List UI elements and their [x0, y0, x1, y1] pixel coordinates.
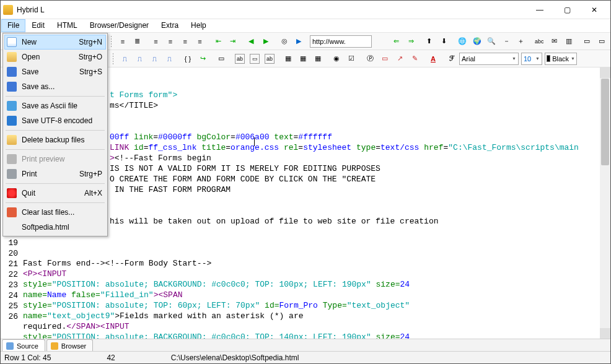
menu-edit[interactable]: Edit	[25, 19, 51, 32]
menu-separator	[6, 183, 105, 184]
upload-icon[interactable]: ⬆	[423, 35, 436, 48]
quit-icon	[7, 188, 17, 198]
zoom-in-icon[interactable]: ＋	[514, 35, 528, 48]
menu-item-quit[interactable]: Quit Alt+X	[4, 186, 106, 201]
bottom-tabs: Source Browser	[1, 339, 610, 351]
list-ol-icon[interactable]: ≣	[131, 35, 144, 48]
menu-html[interactable]: HTML	[51, 19, 84, 32]
minimize-button[interactable]: —	[526, 1, 553, 19]
align-right-icon[interactable]: ≡	[178, 35, 192, 48]
grid2-icon[interactable]: ▦	[296, 52, 310, 66]
brush-icon[interactable]: ✎	[408, 52, 421, 66]
indent-right-icon[interactable]: ⇥	[226, 35, 240, 48]
url-input[interactable]	[310, 35, 372, 48]
abc-icon[interactable]: abc	[532, 35, 546, 48]
grid3-icon[interactable]: ▦	[311, 52, 325, 66]
box-icon[interactable]: ▭	[214, 52, 228, 66]
vr3-icon[interactable]: ⎍	[147, 52, 161, 66]
align-justify-icon[interactable]: ≡	[193, 35, 207, 48]
menu-extra[interactable]: Extra	[155, 19, 185, 32]
line-number: 23	[1, 280, 18, 290]
save-icon	[7, 67, 17, 77]
window-stack-icon[interactable]: ▭	[580, 35, 594, 48]
new-file-icon	[7, 37, 17, 47]
arrow-out-icon[interactable]: ↗	[393, 52, 407, 66]
font-name-value: Arial	[462, 55, 475, 63]
play-icon[interactable]: ▶	[292, 35, 306, 48]
menu-item-delete-backup[interactable]: Delete backup files	[4, 132, 106, 147]
close-button[interactable]: ✕	[581, 1, 608, 19]
indent-icon[interactable]: ▶	[259, 35, 273, 48]
grid1-icon[interactable]: ▦	[281, 52, 295, 66]
search-icon[interactable]: 🔍	[485, 35, 499, 48]
font-color-combo[interactable]: Black ▼	[545, 53, 577, 65]
indent-left-icon[interactable]: ⇤	[211, 35, 225, 48]
font-size-value: 10	[524, 55, 531, 63]
font-size-combo[interactable]: 10 ▼	[521, 53, 542, 65]
maximize-button[interactable]: ▢	[553, 1, 581, 19]
checkbox-icon[interactable]: ☑	[345, 52, 358, 66]
label-c-icon[interactable]: ab	[263, 52, 276, 66]
columns-icon[interactable]: ▥	[562, 35, 576, 48]
menu-help[interactable]: Help	[185, 19, 213, 32]
line-number: 20	[1, 248, 18, 259]
browser-tab-icon	[51, 342, 58, 350]
dedent-icon[interactable]: ◀	[244, 35, 258, 48]
mail-icon[interactable]: ✉	[547, 35, 561, 48]
curly-braces-icon[interactable]: { }	[181, 52, 195, 66]
vr4-icon[interactable]: ⎍	[162, 52, 176, 66]
menu-item-print[interactable]: Print Strg+P	[4, 167, 106, 181]
r-doc-icon[interactable]: ▭	[378, 52, 392, 66]
source-tab-icon	[6, 342, 14, 350]
radio-icon[interactable]: ◉	[330, 52, 343, 66]
toolbar-grip[interactable]	[110, 35, 113, 48]
app-icon	[3, 5, 13, 15]
zoom-out-icon[interactable]: －	[499, 35, 513, 48]
text-caret	[254, 137, 255, 146]
scrollbar-thumb[interactable]	[601, 79, 609, 165]
code-area[interactable]: t Forms form">ms</TITLE> 00ff link=#0000…	[22, 67, 600, 339]
line-number: 22	[1, 269, 18, 280]
chevron-down-icon: ▼	[512, 56, 516, 61]
tab-browser[interactable]: Browser	[46, 339, 93, 351]
label-a-icon[interactable]: ab	[233, 52, 247, 66]
menu-file[interactable]: File	[1, 19, 25, 32]
menu-separator	[6, 96, 105, 97]
download-icon[interactable]: ⬇	[437, 35, 451, 48]
align-center-icon[interactable]: ≡	[164, 35, 177, 48]
menu-item-save-ascii[interactable]: Save as Ascii file	[4, 98, 106, 113]
line-number: 19	[1, 238, 18, 248]
p-circle-icon[interactable]: Ⓟ	[363, 52, 377, 66]
link-fwd-icon[interactable]: ↪	[196, 52, 209, 66]
toolbar-grip-2[interactable]	[112, 53, 115, 65]
vr1-icon[interactable]: ⎍	[118, 52, 131, 66]
menu-item-clear-last[interactable]: Clear last files...	[4, 205, 106, 220]
menu-item-save-as[interactable]: Save as...	[4, 79, 106, 94]
chevron-down-icon: ▼	[535, 56, 540, 61]
line-number: 24	[1, 290, 18, 301]
world-icon[interactable]: 🌍	[470, 35, 484, 48]
label-b-icon[interactable]: ▭	[248, 52, 262, 66]
menu-item-print-preview[interactable]: Print preview	[4, 152, 106, 167]
menu-item-save[interactable]: Save Strg+S	[4, 64, 106, 79]
menu-browser-designer[interactable]: Browser/Designer	[84, 19, 155, 32]
vr2-icon[interactable]: ⎍	[133, 52, 146, 66]
nav-back-icon[interactable]: ⇐	[390, 35, 403, 48]
preview-icon[interactable]: ◎	[278, 35, 291, 48]
window-tile-icon[interactable]: ▭	[595, 35, 609, 48]
titlebar: Hybrid L — ▢ ✕	[1, 1, 610, 19]
menu-item-new[interactable]: New Strg+N	[4, 35, 106, 50]
vertical-scrollbar[interactable]	[600, 67, 610, 339]
font-name-combo[interactable]: Arial ▼	[459, 53, 519, 65]
text-color-icon[interactable]: A	[426, 52, 440, 66]
tab-source[interactable]: Source	[2, 339, 45, 351]
nav-forward-icon[interactable]: ⇒	[404, 35, 418, 48]
list-ul-icon[interactable]: ≡	[116, 35, 130, 48]
globe-icon[interactable]: 🌐	[455, 35, 469, 48]
menu-item-open[interactable]: Open Strg+O	[4, 50, 106, 64]
menu-item-save-utf8[interactable]: Save UTF-8 encoded	[4, 113, 106, 128]
font-icon[interactable]: ℱ	[445, 52, 459, 66]
menu-item-recent-file[interactable]: Softpedia.html	[4, 220, 106, 235]
align-left-icon[interactable]: ≡	[149, 35, 163, 48]
chevron-down-icon: ▼	[571, 56, 575, 61]
